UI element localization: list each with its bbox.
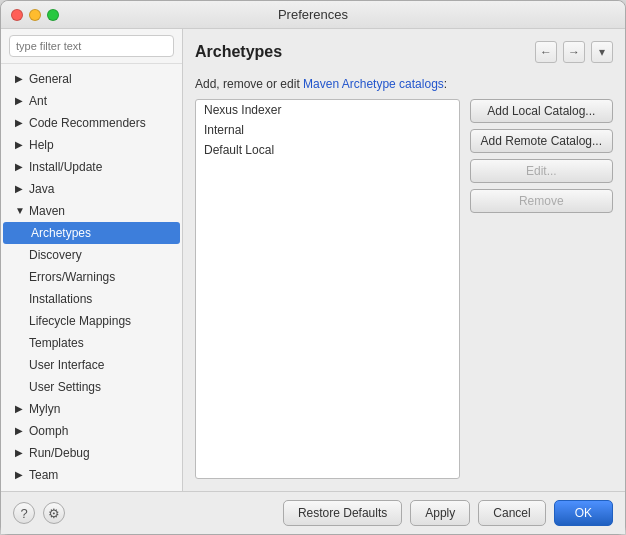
arrow-icon: ▶ xyxy=(15,136,25,154)
sidebar-item-label: Maven xyxy=(29,202,65,220)
sidebar-item-java[interactable]: ▶ Java xyxy=(1,178,182,200)
panel-title: Archetypes xyxy=(195,43,282,61)
remove-button[interactable]: Remove xyxy=(470,189,613,213)
sidebar-item-install-update[interactable]: ▶ Install/Update xyxy=(1,156,182,178)
window-title: Preferences xyxy=(278,7,348,22)
ok-button[interactable]: OK xyxy=(554,500,613,526)
sidebar-item-mylyn[interactable]: ▶ Mylyn xyxy=(1,398,182,420)
help-button[interactable]: ? xyxy=(13,502,35,524)
filter-input[interactable] xyxy=(9,35,174,57)
description-text: Add, remove or edit Maven Archetype cata… xyxy=(195,77,613,91)
sidebar-item-label: Help xyxy=(29,136,54,154)
filter-box xyxy=(1,29,182,64)
arrow-icon: ▶ xyxy=(15,180,25,198)
catalog-list: Nexus Indexer Internal Default Local xyxy=(195,99,460,479)
arrow-icon: ▶ xyxy=(15,466,25,484)
forward-icon: → xyxy=(568,45,580,59)
catalog-item-nexus[interactable]: Nexus Indexer xyxy=(196,100,459,120)
sidebar: ▶ General ▶ Ant ▶ Code Recommenders ▶ He… xyxy=(1,29,183,491)
dropdown-button[interactable]: ▾ xyxy=(591,41,613,63)
sidebar-item-code-recommenders[interactable]: ▶ Code Recommenders xyxy=(1,112,182,134)
arrow-icon: ▶ xyxy=(15,422,25,440)
edit-button[interactable]: Edit... xyxy=(470,159,613,183)
forward-button[interactable]: → xyxy=(563,41,585,63)
sidebar-item-discovery[interactable]: Discovery xyxy=(1,244,182,266)
sidebar-item-user-settings[interactable]: User Settings xyxy=(1,376,182,398)
sidebar-item-label: Code Recommenders xyxy=(29,114,146,132)
tree: ▶ General ▶ Ant ▶ Code Recommenders ▶ He… xyxy=(1,64,182,491)
catalog-item-default-local[interactable]: Default Local xyxy=(196,140,459,160)
sidebar-item-label: Mylyn xyxy=(29,400,60,418)
cancel-button[interactable]: Cancel xyxy=(478,500,545,526)
traffic-lights xyxy=(11,9,59,21)
sidebar-item-ant[interactable]: ▶ Ant xyxy=(1,90,182,112)
arrow-icon: ▶ xyxy=(15,114,25,132)
arrow-icon: ▼ xyxy=(15,202,25,220)
main-panel: Archetypes ← → ▾ Add, remove or edit Mav… xyxy=(183,29,625,491)
sidebar-item-label: Ant xyxy=(29,92,47,110)
panel-toolbar: ← → ▾ xyxy=(535,41,613,63)
sidebar-item-label: Run/Debug xyxy=(29,444,90,462)
description-suffix: : xyxy=(444,77,447,91)
dropdown-icon: ▾ xyxy=(599,45,605,59)
sidebar-item-team[interactable]: ▶ Team xyxy=(1,464,182,486)
titlebar: Preferences xyxy=(1,1,625,29)
sidebar-item-templates[interactable]: Templates xyxy=(1,332,182,354)
arrow-icon: ▶ xyxy=(15,158,25,176)
close-button[interactable] xyxy=(11,9,23,21)
sidebar-item-label: Discovery xyxy=(29,246,82,264)
sidebar-item-label: Archetypes xyxy=(31,224,91,242)
sidebar-item-run-debug[interactable]: ▶ Run/Debug xyxy=(1,442,182,464)
maximize-button[interactable] xyxy=(47,9,59,21)
add-remote-catalog-button[interactable]: Add Remote Catalog... xyxy=(470,129,613,153)
sidebar-item-label: User Settings xyxy=(29,378,101,396)
catalog-item-internal[interactable]: Internal xyxy=(196,120,459,140)
bottom-left: ? ⚙ xyxy=(13,502,65,524)
sidebar-item-archetypes[interactable]: Archetypes xyxy=(3,222,180,244)
sidebar-item-lifecycle-mappings[interactable]: Lifecycle Mappings xyxy=(1,310,182,332)
sidebar-item-user-interface[interactable]: User Interface xyxy=(1,354,182,376)
sidebar-item-label: General xyxy=(29,70,72,88)
back-button[interactable]: ← xyxy=(535,41,557,63)
back-icon: ← xyxy=(540,45,552,59)
minimize-button[interactable] xyxy=(29,9,41,21)
arrow-icon: ▶ xyxy=(15,400,25,418)
sidebar-item-label: Templates xyxy=(29,334,84,352)
catalog-area: Nexus Indexer Internal Default Local Add… xyxy=(195,99,613,479)
description-prefix: Add, remove or edit xyxy=(195,77,303,91)
settings-button[interactable]: ⚙ xyxy=(43,502,65,524)
add-local-catalog-button[interactable]: Add Local Catalog... xyxy=(470,99,613,123)
sidebar-item-label: User Interface xyxy=(29,356,104,374)
arrow-icon: ▶ xyxy=(15,92,25,110)
arrow-icon: ▶ xyxy=(15,70,25,88)
restore-defaults-button[interactable]: Restore Defaults xyxy=(283,500,402,526)
sidebar-item-label: Install/Update xyxy=(29,158,102,176)
sidebar-item-installations[interactable]: Installations xyxy=(1,288,182,310)
sidebar-item-label: Java xyxy=(29,180,54,198)
sidebar-item-label: Installations xyxy=(29,290,92,308)
sidebar-item-maven[interactable]: ▼ Maven xyxy=(1,200,182,222)
sidebar-item-oomph[interactable]: ▶ Oomph xyxy=(1,420,182,442)
sidebar-item-label: Errors/Warnings xyxy=(29,268,115,286)
sidebar-item-errors-warnings[interactable]: Errors/Warnings xyxy=(1,266,182,288)
apply-button[interactable]: Apply xyxy=(410,500,470,526)
sidebar-item-help[interactable]: ▶ Help xyxy=(1,134,182,156)
sidebar-item-label: Lifecycle Mappings xyxy=(29,312,131,330)
main-content: ▶ General ▶ Ant ▶ Code Recommenders ▶ He… xyxy=(1,29,625,491)
bottom-bar: ? ⚙ Restore Defaults Apply Cancel OK xyxy=(1,491,625,534)
sidebar-item-label: Team xyxy=(29,466,58,484)
catalog-buttons: Add Local Catalog... Add Remote Catalog.… xyxy=(470,99,613,479)
bottom-right: Restore Defaults Apply Cancel OK xyxy=(283,500,613,526)
sidebar-item-general[interactable]: ▶ General xyxy=(1,68,182,90)
preferences-window: Preferences ▶ General ▶ Ant ▶ Code Recom… xyxy=(0,0,626,535)
arrow-icon: ▶ xyxy=(15,444,25,462)
sidebar-item-label: Oomph xyxy=(29,422,68,440)
maven-catalogs-link[interactable]: Maven Archetype catalogs xyxy=(303,77,444,91)
